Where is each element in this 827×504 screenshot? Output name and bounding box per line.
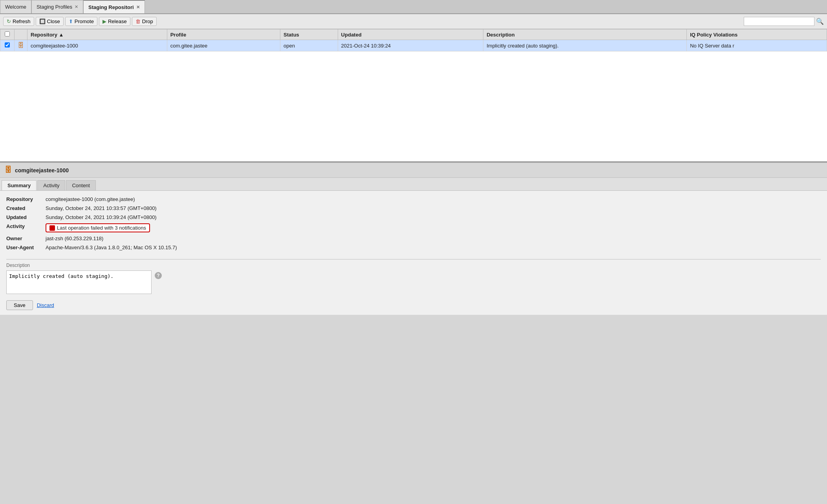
summary-row-repository: Repository comgiteejastee-1000 (com.gite…	[6, 196, 821, 202]
row-description: Implicitly created (auto staging).	[483, 40, 687, 51]
description-row: Implicitly created (auto staging). ?	[6, 270, 821, 294]
drop-icon: 🗑	[135, 18, 141, 24]
summary-row-created: Created Sunday, October 24, 2021 10:33:5…	[6, 205, 821, 211]
discard-button[interactable]: Discard	[37, 302, 54, 308]
table-area: Repository ▲ Profile Status Updated Desc…	[0, 29, 827, 163]
summary-row-updated: Updated Sunday, October 24, 2021 10:39:2…	[6, 214, 821, 220]
col-header-updated-label: Updated	[341, 32, 362, 38]
drop-button[interactable]: 🗑 Drop	[132, 17, 157, 26]
owner-field-label: Owner	[6, 236, 46, 241]
close-label: Close	[47, 18, 60, 24]
table-row[interactable]: 🗄 comgiteejastee-1000 com.gitee.jastee o…	[0, 40, 827, 51]
summary-content: Repository comgiteejastee-1000 (com.gite…	[0, 191, 827, 259]
row-iq: No IQ Server data r	[687, 40, 827, 51]
sub-tab-summary[interactable]: Summary	[2, 180, 37, 190]
refresh-icon: ↻	[7, 18, 11, 24]
row-icon-cell: 🗄	[15, 40, 27, 51]
action-buttons: Save Discard	[0, 299, 827, 315]
useragent-field-label: User-Agent	[6, 245, 46, 250]
row-checkbox[interactable]	[5, 42, 10, 47]
useragent-field-value: Apache-Maven/3.6.3 (Java 1.8.0_261; Mac …	[46, 245, 177, 250]
toolbar: ↻ Refresh 🔲 Close ⬆ Promote ▶ Release 🗑 …	[0, 14, 827, 29]
sub-tab-summary-label: Summary	[7, 183, 31, 188]
repository-field-value: comgiteejastee-1000 (com.gitee.jastee)	[46, 196, 135, 202]
tab-staging-profiles[interactable]: Staging Profiles ✕	[31, 0, 83, 13]
save-button[interactable]: Save	[6, 300, 33, 310]
col-header-repository-label: Repository ▲	[31, 32, 64, 38]
summary-row-activity: Activity Last operation failed with 3 no…	[6, 223, 821, 232]
promote-label: Promote	[75, 18, 94, 24]
tab-staging-repos-label: Staging Repositori	[88, 4, 134, 10]
row-repository[interactable]: comgiteejastee-1000	[27, 40, 167, 51]
promote-button[interactable]: ⬆ Promote	[65, 17, 97, 26]
refresh-label: Refresh	[13, 18, 31, 24]
summary-row-useragent: User-Agent Apache-Maven/3.6.3 (Java 1.8.…	[6, 245, 821, 250]
col-header-updated[interactable]: Updated	[338, 29, 483, 40]
detail-header: 🗄 comgiteejastee-1000	[0, 163, 827, 178]
drop-label: Drop	[142, 18, 153, 24]
detail-title: comgiteejastee-1000	[15, 167, 69, 173]
tab-welcome[interactable]: Welcome	[0, 0, 31, 13]
select-all-checkbox[interactable]	[5, 31, 10, 37]
description-section: Description Implicitly created (auto sta…	[0, 259, 827, 299]
detail-repo-icon: 🗄	[5, 166, 12, 174]
tab-staging-repos[interactable]: Staging Repositori ✕	[83, 0, 145, 13]
close-button[interactable]: 🔲 Close	[36, 17, 64, 26]
updated-field-value: Sunday, October 24, 2021 10:39:24 (GMT+0…	[46, 214, 157, 220]
tab-staging-profiles-label: Staging Profiles	[37, 4, 72, 10]
release-icon: ▶	[102, 18, 106, 24]
close-staging-profiles-icon[interactable]: ✕	[75, 4, 78, 9]
help-icon[interactable]: ?	[155, 272, 162, 279]
row-status: open	[280, 40, 338, 51]
sub-tab-content[interactable]: Content	[66, 180, 96, 190]
activity-field-label: Activity	[6, 223, 46, 229]
tab-welcome-label: Welcome	[5, 4, 26, 10]
created-field-value: Sunday, October 24, 2021 10:33:57 (GMT+0…	[46, 205, 157, 211]
refresh-button[interactable]: ↻ Refresh	[3, 17, 34, 26]
search-icon: 🔍	[816, 18, 824, 25]
detail-panel: 🗄 comgiteejastee-1000 Summary Activity C…	[0, 163, 827, 315]
activity-badge: Last operation failed with 3 notificatio…	[46, 223, 150, 232]
row-profile[interactable]: com.gitee.jastee	[167, 40, 280, 51]
updated-field-label: Updated	[6, 214, 46, 220]
activity-field-value: Last operation failed with 3 notificatio…	[57, 225, 146, 231]
sub-tab-activity-label: Activity	[43, 183, 59, 188]
col-header-repository[interactable]: Repository ▲	[27, 29, 167, 40]
col-header-description-label: Description	[487, 32, 515, 38]
activity-error-icon	[49, 225, 55, 231]
search-input[interactable]	[744, 17, 814, 26]
repository-field-label: Repository	[6, 196, 46, 202]
owner-field-value: jast-zsh (60.253.229.118)	[46, 236, 103, 241]
col-header-profile[interactable]: Profile	[167, 29, 280, 40]
release-label: Release	[108, 18, 127, 24]
close-icon: 🔲	[39, 18, 46, 24]
release-button[interactable]: ▶ Release	[99, 17, 130, 26]
sub-tab-content-label: Content	[72, 183, 90, 188]
tab-bar: Welcome Staging Profiles ✕ Staging Repos…	[0, 0, 827, 14]
col-header-status-label: Status	[284, 32, 299, 38]
col-header-status[interactable]: Status	[280, 29, 338, 40]
col-header-profile-label: Profile	[170, 32, 186, 38]
close-staging-repos-icon[interactable]: ✕	[136, 5, 140, 10]
summary-row-owner: Owner jast-zsh (60.253.229.118)	[6, 236, 821, 241]
table-header-row: Repository ▲ Profile Status Updated Desc…	[0, 29, 827, 40]
col-header-description[interactable]: Description	[483, 29, 687, 40]
sub-tab-bar: Summary Activity Content	[0, 178, 827, 191]
row-checkbox-cell[interactable]	[0, 40, 15, 51]
row-updated: 2021-Oct-24 10:39:24	[338, 40, 483, 51]
promote-icon: ⬆	[69, 18, 73, 24]
col-header-checkbox[interactable]	[0, 29, 15, 40]
created-field-label: Created	[6, 205, 46, 211]
repositories-table: Repository ▲ Profile Status Updated Desc…	[0, 29, 827, 51]
sub-tab-activity[interactable]: Activity	[37, 180, 65, 190]
col-header-iq-label: IQ Policy Violations	[690, 32, 737, 38]
description-textarea[interactable]: Implicitly created (auto staging).	[6, 270, 152, 294]
repository-icon: 🗄	[18, 42, 24, 49]
col-header-iq[interactable]: IQ Policy Violations	[687, 29, 827, 40]
col-header-icon	[15, 29, 27, 40]
description-section-title: Description	[6, 259, 821, 268]
